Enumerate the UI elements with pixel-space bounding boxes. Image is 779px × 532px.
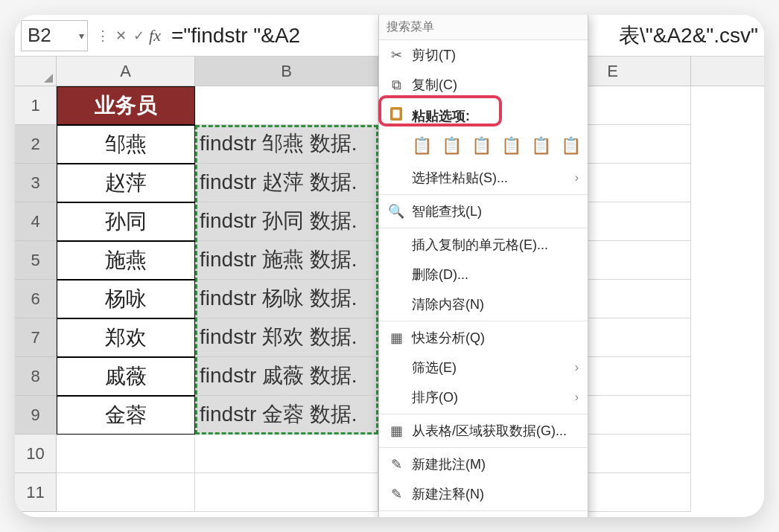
cell-b1[interactable] bbox=[195, 86, 378, 125]
cell-a7[interactable]: 郑欢 bbox=[57, 318, 195, 357]
col-header-b[interactable]: B bbox=[195, 57, 378, 86]
copy-icon: ⧉ bbox=[388, 77, 404, 93]
cell-a2[interactable]: 邹燕 bbox=[57, 125, 195, 164]
row-header[interactable]: 3 bbox=[15, 164, 57, 202]
menu-separator bbox=[379, 510, 588, 511]
row-header[interactable]: 8 bbox=[15, 357, 57, 396]
menu-insert-copied[interactable]: 插入复制的单元格(E)... bbox=[379, 230, 588, 260]
menu-smart-lookup[interactable]: 🔍 智能查找(L) bbox=[379, 196, 588, 226]
cell-b9[interactable]: findstr 金蓉 数据. bbox=[195, 396, 378, 435]
cell-b6[interactable]: findstr 杨咏 数据. bbox=[195, 280, 378, 318]
cell-b2[interactable]: findstr 邹燕 数据. bbox=[195, 125, 378, 164]
menu-label: 复制(C) bbox=[412, 76, 579, 94]
menu-label: 粘贴选项: bbox=[412, 107, 579, 125]
accept-icon[interactable]: ✓ bbox=[131, 28, 146, 44]
cell-b5[interactable]: findstr 施燕 数据. bbox=[195, 241, 378, 280]
menu-filter[interactable]: 筛选(E) › bbox=[379, 353, 588, 382]
paste-formulas-icon[interactable]: 📋 bbox=[471, 136, 491, 156]
menu-paste-options-header: 粘贴选项: bbox=[379, 100, 588, 132]
formula-bar-controls: ⋮ ✕ ✓ fx bbox=[92, 26, 167, 45]
menu-search-input[interactable] bbox=[379, 15, 588, 40]
menu-label: 清除内容(N) bbox=[412, 295, 579, 313]
paste-values-icon[interactable]: 📋 bbox=[442, 136, 461, 156]
cell-b11[interactable] bbox=[195, 473, 378, 512]
menu-sort[interactable]: 排序(O) › bbox=[379, 382, 588, 412]
paste-formatting-icon[interactable]: 📋 bbox=[531, 136, 550, 156]
cell-b10[interactable] bbox=[195, 435, 378, 473]
menu-label: 新建批注(M) bbox=[412, 455, 579, 473]
menu-quick-analysis[interactable]: ▦ 快速分析(Q) bbox=[379, 323, 588, 353]
menu-label: 插入复制的单元格(E)... bbox=[412, 236, 579, 254]
chevron-right-icon: › bbox=[575, 361, 579, 374]
cell-a3[interactable]: 赵萍 bbox=[57, 164, 195, 202]
menu-delete[interactable]: 删除(D)... bbox=[379, 260, 588, 289]
row-header[interactable]: 11 bbox=[15, 473, 57, 512]
cell-a11[interactable] bbox=[57, 473, 195, 512]
paste-link-icon[interactable]: 📋 bbox=[561, 136, 580, 156]
menu-separator bbox=[379, 321, 588, 321]
row-header[interactable]: 9 bbox=[15, 396, 57, 435]
name-box-value: B2 bbox=[28, 24, 51, 47]
cell-a10[interactable] bbox=[57, 435, 195, 473]
app-window: B2 ▾ ⋮ ✕ ✓ fx ="findstr "&A2 表\"&A2&".cs… bbox=[15, 15, 764, 517]
paste-icon[interactable]: 📋 bbox=[412, 136, 431, 156]
paste-transpose-icon[interactable]: 📋 bbox=[501, 136, 521, 156]
cell-b8[interactable]: findstr 戚薇 数据. bbox=[195, 357, 378, 396]
dots-icon: ⋮ bbox=[95, 28, 110, 44]
select-all-corner[interactable] bbox=[15, 57, 57, 86]
row-header[interactable]: 1 bbox=[15, 86, 57, 125]
menu-separator bbox=[379, 194, 588, 195]
row-header[interactable]: 7 bbox=[15, 318, 57, 357]
menu-clear[interactable]: 清除内容(N) bbox=[379, 289, 588, 319]
name-box[interactable]: B2 ▾ bbox=[21, 20, 88, 51]
row-header[interactable]: 5 bbox=[15, 241, 57, 280]
menu-separator bbox=[379, 414, 588, 414]
cell-a1[interactable]: 业务员 bbox=[57, 86, 195, 125]
row-header[interactable]: 4 bbox=[15, 202, 57, 241]
menu-separator bbox=[379, 228, 588, 228]
menu-new-note[interactable]: ✎ 新建注释(N) bbox=[379, 479, 588, 509]
cell-b7[interactable]: findstr 郑欢 数据. bbox=[195, 318, 378, 357]
cell-b4[interactable]: findstr 孙同 数据. bbox=[195, 202, 378, 241]
context-menu: ✂ 剪切(T) ⧉ 复制(C) 粘贴选项: 📋 📋 📋 📋 📋 📋 选择性粘贴(… bbox=[378, 15, 588, 517]
menu-label: 快速分析(Q) bbox=[412, 329, 579, 347]
fx-icon[interactable]: fx bbox=[149, 26, 164, 45]
menu-label: 从表格/区域获取数据(G)... bbox=[412, 422, 579, 440]
chevron-down-icon[interactable]: ▾ bbox=[79, 30, 84, 42]
scissors-icon: ✂ bbox=[388, 47, 404, 63]
cell-a9[interactable]: 金蓉 bbox=[57, 396, 195, 435]
table-icon: ▦ bbox=[388, 423, 404, 439]
paste-options-icons: 📋 📋 📋 📋 📋 📋 bbox=[379, 132, 588, 163]
formula-text-right: 表\"&A2&".csv" bbox=[619, 22, 758, 50]
svg-rect-1 bbox=[392, 109, 400, 118]
menu-new-comment[interactable]: ✎ 新建批注(M) bbox=[379, 449, 588, 479]
note-icon: ✎ bbox=[388, 486, 404, 502]
menu-cut[interactable]: ✂ 剪切(T) bbox=[379, 40, 588, 70]
quick-analysis-icon: ▦ bbox=[388, 330, 404, 346]
menu-paste-special[interactable]: 选择性粘贴(S)... › bbox=[379, 163, 588, 193]
search-icon: 🔍 bbox=[388, 203, 404, 219]
menu-label: 智能查找(L) bbox=[412, 202, 579, 220]
clipboard-icon bbox=[388, 106, 404, 126]
menu-label: 剪切(T) bbox=[412, 46, 579, 64]
menu-format-cells[interactable]: ▤ 设置单元格格式(F)... bbox=[379, 513, 588, 517]
cell-a5[interactable]: 施燕 bbox=[57, 241, 195, 280]
menu-copy[interactable]: ⧉ 复制(C) bbox=[379, 70, 588, 100]
cell-a8[interactable]: 戚薇 bbox=[57, 357, 195, 396]
col-header-a[interactable]: A bbox=[57, 57, 195, 86]
cell-b3[interactable]: findstr 赵萍 数据. bbox=[195, 164, 378, 202]
chevron-right-icon: › bbox=[575, 391, 579, 404]
menu-label: 排序(O) bbox=[412, 388, 567, 406]
menu-label: 新建注释(N) bbox=[412, 485, 579, 503]
cell-a4[interactable]: 孙同 bbox=[57, 202, 195, 241]
menu-from-table[interactable]: ▦ 从表格/区域获取数据(G)... bbox=[379, 416, 588, 446]
menu-label: 选择性粘贴(S)... bbox=[412, 169, 567, 187]
cell-a6[interactable]: 杨咏 bbox=[57, 280, 195, 318]
menu-separator bbox=[379, 447, 588, 448]
comment-icon: ✎ bbox=[388, 456, 404, 472]
row-header[interactable]: 10 bbox=[15, 435, 57, 473]
menu-label: 筛选(E) bbox=[412, 359, 567, 376]
row-header[interactable]: 2 bbox=[15, 125, 57, 164]
cancel-icon[interactable]: ✕ bbox=[113, 28, 128, 44]
row-header[interactable]: 6 bbox=[15, 280, 57, 318]
